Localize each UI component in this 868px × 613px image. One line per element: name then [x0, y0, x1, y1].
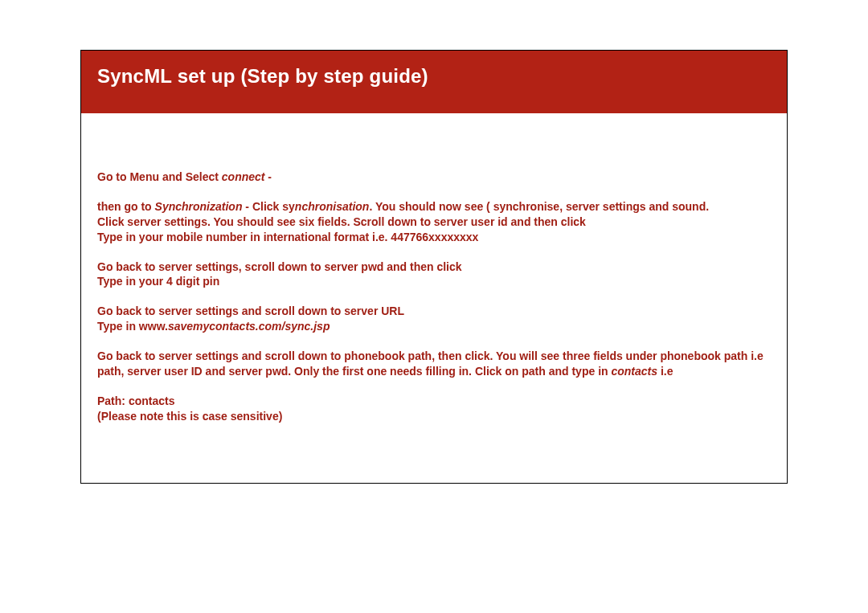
text: then go to: [97, 200, 155, 213]
text-italic: contacts: [611, 365, 660, 378]
instruction-step-5: Go back to server settings and scroll do…: [97, 349, 771, 379]
page-title: SyncML set up (Step by step guide): [97, 65, 771, 88]
instruction-step-1: Go to Menu and Select connect -: [97, 170, 771, 185]
instruction-step-4: Go back to server settings and scroll do…: [97, 304, 771, 334]
text-italic: savemycontacts.com/sync.jsp: [168, 320, 330, 333]
text: - Click sy: [242, 200, 294, 213]
text: Go to Menu and Select: [97, 170, 222, 183]
text: Type in your 4 digit pin: [97, 275, 219, 288]
document-header: SyncML set up (Step by step guide): [81, 51, 787, 113]
text: -: [264, 170, 272, 183]
text: i.e: [661, 365, 674, 378]
text: Type in www.: [97, 320, 168, 333]
text: Path: contacts: [97, 394, 174, 407]
document-body: Go to Menu and Select connect - then go …: [81, 113, 787, 440]
instruction-step-6: Path: contacts (Please note this is case…: [97, 394, 771, 424]
text: Click server settings. You should see si…: [97, 215, 586, 228]
text: . You should now see ( synchronise, serv…: [369, 200, 709, 213]
text: Type in your mobile number in internatio…: [97, 231, 478, 243]
text-italic: Synchronization: [155, 200, 243, 213]
document-frame: SyncML set up (Step by step guide) Go to…: [80, 50, 788, 484]
instruction-step-2: then go to Synchronization - Click synch…: [97, 199, 771, 245]
text-italic: connect: [222, 170, 265, 183]
text-italic: nchronisation: [295, 200, 370, 213]
instruction-step-3: Go back to server settings, scroll down …: [97, 260, 771, 290]
text: Go back to server settings and scroll do…: [97, 304, 404, 317]
text: (Please note this is case sensitive): [97, 410, 282, 423]
text: Go back to server settings, scroll down …: [97, 260, 462, 273]
